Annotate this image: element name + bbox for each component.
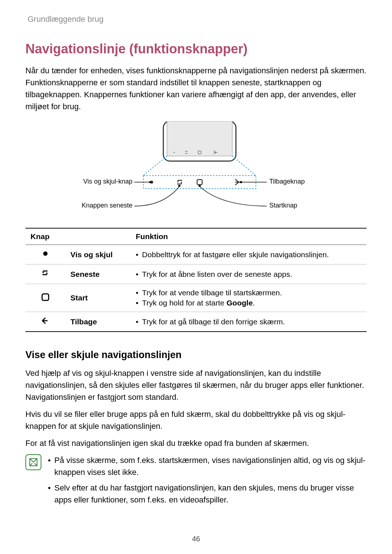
breadcrumb: Grundlæggende brug — [25, 15, 367, 24]
body-paragraph: For at få vist navigationslinjen igen sk… — [25, 437, 367, 449]
table-row: Tilbage Tryk for at gå tilbage til den f… — [25, 312, 367, 332]
row-func: Tryk og hold for at starte Google. — [136, 298, 362, 308]
row-func: Dobbelttryk for at fastgøre eller skjule… — [136, 250, 362, 260]
dot-icon — [40, 249, 50, 259]
section-heading: Vise eller skjule navigationslinjen — [25, 349, 367, 361]
back-icon — [40, 316, 50, 326]
note-icon — [25, 454, 41, 470]
note-block: På visse skærme, som f.eks. startskærmen… — [25, 454, 367, 509]
label-recents: Knappen seneste — [82, 202, 132, 209]
svg-point-9 — [149, 181, 151, 183]
row-name: Tilbage — [65, 312, 131, 332]
recents-icon — [40, 268, 50, 278]
phone-outline-icon — [163, 121, 236, 161]
svg-point-2 — [173, 152, 175, 153]
row-name: Start — [65, 284, 131, 312]
row-name: Vis og skjul — [65, 245, 131, 264]
th-function: Funktion — [131, 228, 367, 245]
svg-point-12 — [178, 185, 180, 187]
body-paragraph: Ved hjælp af vis og skjul-knappen i vens… — [25, 367, 367, 403]
diagram-svg: Vis og skjul-knap Tilbageknap Knappen se… — [69, 121, 323, 216]
intro-paragraph: Når du tænder for enheden, vises funktio… — [25, 65, 367, 112]
row-func: Tryk for at vende tilbage til startskærm… — [136, 288, 362, 298]
body-paragraph: Hvis du vil se filer eller bruge apps på… — [25, 408, 367, 432]
note-item: På visse skærme, som f.eks. startskærmen… — [48, 454, 367, 478]
note-item: Selv efter at du har fastgjort navigatio… — [48, 482, 367, 506]
svg-line-4 — [143, 156, 167, 176]
svg-point-14 — [43, 251, 48, 256]
th-button: Knap — [25, 228, 131, 245]
page-number: 46 — [0, 535, 392, 543]
svg-point-13 — [199, 185, 201, 187]
table-row: Vis og skjul Dobbelttryk for at fastgøre… — [25, 245, 367, 264]
label-show-hide: Vis og skjul-knap — [83, 178, 132, 185]
label-home: Startknap — [269, 202, 297, 209]
svg-rect-15 — [42, 294, 49, 300]
home-icon — [40, 292, 50, 302]
svg-point-11 — [240, 181, 242, 183]
function-table: Knap Funktion Vis og skjul Dobbelttryk f… — [25, 228, 367, 332]
table-row: Start Tryk for at vende tilbage til star… — [25, 284, 367, 312]
navigation-bar-diagram: Vis og skjul-knap Tilbageknap Knappen se… — [25, 121, 367, 216]
row-func: Tryk for at åbne listen over de seneste … — [136, 269, 362, 279]
row-func: Tryk for at gå tilbage til den forrige s… — [136, 317, 362, 327]
label-back: Tilbageknap — [269, 178, 305, 185]
table-row: Seneste Tryk for at åbne listen over de … — [25, 264, 367, 284]
svg-line-5 — [232, 156, 256, 176]
page-title: Navigationslinje (funktionsknapper) — [25, 41, 367, 57]
row-name: Seneste — [65, 264, 131, 284]
